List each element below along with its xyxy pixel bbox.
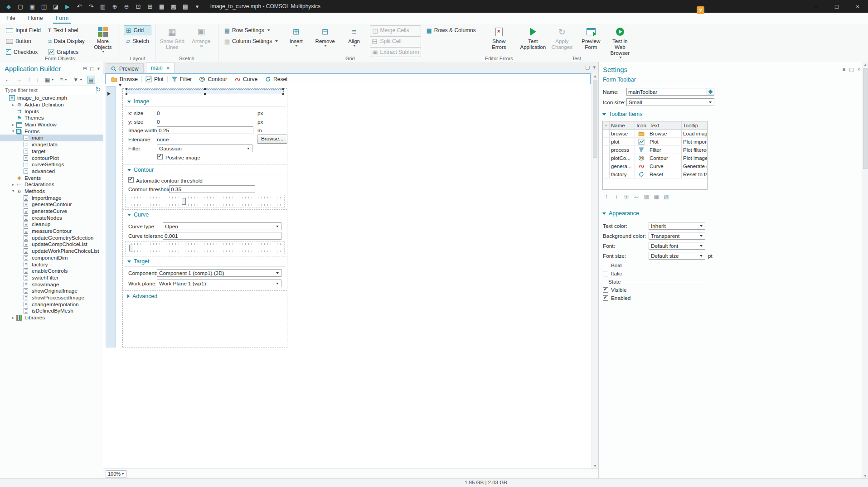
open-file-icon[interactable]: ▣	[27, 2, 37, 11]
browse-toolbar-button[interactable]: Browse	[107, 75, 141, 83]
section-header-appearance[interactable]: Appearance	[602, 210, 639, 217]
contour-threshold-slider[interactable]	[125, 195, 285, 207]
curve-type-dropdown[interactable]: Open	[163, 222, 281, 230]
run-icon[interactable]: ▶	[63, 2, 73, 11]
settings-scrollbar[interactable]	[862, 62, 868, 479]
italic-checkbox[interactable]	[603, 271, 608, 276]
menu-tab-form[interactable]: Form	[49, 13, 75, 24]
curve-toolbar-button[interactable]: Curve	[231, 75, 261, 83]
zoom-extents-icon[interactable]: ⊡	[133, 2, 143, 11]
add-item-icon[interactable]: ⊞	[622, 193, 630, 200]
preview-form-button[interactable]: Preview Form	[578, 25, 604, 50]
tree-item-updateCompChoiceList[interactable]: updateCompChoiceList	[0, 241, 103, 248]
toolbar-item-row-factory[interactable]: factoryResetReset to fact...	[603, 170, 707, 178]
copy-icon[interactable]: ▥	[98, 2, 108, 11]
column-header-name[interactable]: Name	[610, 121, 635, 129]
undo-icon[interactable]: ↶	[74, 2, 84, 11]
component-dropdown[interactable]: Component 1 (comp1) (3D)	[157, 269, 281, 277]
chevron-collapsed-icon[interactable]: ▸	[10, 183, 16, 187]
tree-item-advanced[interactable]: advanced	[0, 168, 103, 175]
tree-item-imageData[interactable]: imageData	[0, 141, 103, 148]
customize-icon[interactable]: ▾	[192, 2, 202, 11]
move-down-icon[interactable]: ↓	[35, 76, 40, 84]
editor-scrollbar[interactable]	[592, 73, 598, 469]
zoom-box-icon[interactable]: ⊞	[145, 2, 155, 11]
tree-item-Inputs[interactable]: Inputs	[0, 108, 103, 115]
help-button[interactable]: ?	[697, 6, 704, 14]
icon-size-dropdown[interactable]: Small	[626, 98, 714, 106]
tree-item-updateWorkPlaneChoiceList[interactable]: updateWorkPlaneChoiceList	[0, 248, 103, 255]
insert-button[interactable]: Insert	[283, 25, 309, 47]
slider-thumb[interactable]	[129, 245, 133, 251]
minimize-button[interactable]: –	[805, 0, 826, 13]
add-separator-icon[interactable]: ▥	[642, 193, 650, 200]
tree-item-image_to_curve.mph[interactable]: image_to_curve.mph	[0, 95, 103, 101]
tree-item-Declarations[interactable]: ▸Declarations	[0, 181, 103, 188]
section-header-target[interactable]: Target	[127, 258, 149, 265]
chevron-expanded-icon[interactable]: ▾	[10, 189, 16, 193]
form-grid[interactable]: Image x: size 0 px y: size 0 px Image w	[122, 88, 287, 347]
tree-item-changeInterpolation[interactable]: changeInterpolation	[0, 301, 103, 308]
visible-checkbox[interactable]	[603, 287, 608, 293]
column-header-tooltip[interactable]: Tooltip	[682, 121, 707, 129]
tree-item-cleanup[interactable]: cleanup	[0, 221, 103, 228]
collapse-icon[interactable]: ⊟	[83, 66, 87, 72]
selection-handle[interactable]	[282, 93, 284, 95]
tree-item-Themes[interactable]: Themes	[0, 115, 103, 121]
selected-toolbar-object[interactable]	[126, 89, 284, 94]
column-header-text[interactable]: Text	[648, 121, 682, 129]
bold-checkbox[interactable]	[603, 263, 608, 268]
column-header-icon[interactable]: Icon	[635, 121, 648, 129]
add-menu-icon[interactable]: ▦	[652, 193, 660, 200]
background-color-dropdown[interactable]: Transparent	[649, 232, 705, 240]
delete-icon[interactable]: ▩	[169, 2, 179, 11]
tree-item-Events[interactable]: Events	[0, 174, 103, 181]
reset-toolbar-button[interactable]: Reset	[261, 75, 291, 83]
pin-icon[interactable]: ▾	[97, 66, 100, 72]
button-object-button[interactable]: Button	[4, 36, 43, 46]
zoom-out-icon[interactable]: ⊖	[121, 2, 131, 11]
row-settings-button[interactable]: Row Settings	[222, 25, 280, 35]
new-file-icon[interactable]: ▢	[15, 2, 25, 11]
menu-tab-file[interactable]: File	[0, 13, 22, 24]
font-size-dropdown[interactable]: Default size	[649, 252, 705, 260]
more-objects-button[interactable]: More Objects	[90, 25, 116, 53]
float-icon[interactable]: ▢	[849, 67, 853, 72]
add-frame-icon[interactable]: ▦	[157, 2, 167, 11]
align-button[interactable]: Align	[341, 25, 367, 47]
tree-item-showImage[interactable]: showImage	[0, 281, 103, 288]
show-grid-lines-button[interactable]: Show Grid Lines	[159, 25, 185, 50]
font-dropdown[interactable]: Default font	[649, 242, 705, 250]
section-header-curve[interactable]: Curve	[127, 211, 149, 218]
edit-name-button[interactable]	[707, 88, 714, 96]
row-selector-gutter[interactable]	[106, 86, 116, 347]
filter-menu-icon[interactable]: ▼	[72, 76, 84, 84]
auto-threshold-checkbox[interactable]	[128, 177, 134, 183]
toolbar-item-row-plotCo...[interactable]: plotCo...ContourPlot image c...	[603, 154, 707, 162]
zoom-in-icon[interactable]: ⊕	[110, 2, 120, 11]
split-cell-button[interactable]: Split Cell	[370, 36, 421, 46]
tree-item-generateContour[interactable]: generateContour	[0, 201, 103, 208]
rows-columns-button[interactable]: Rows & Columns	[424, 25, 478, 35]
selection-handle[interactable]	[282, 88, 284, 90]
float-icon[interactable]: ▢	[90, 66, 94, 72]
add-subform-icon[interactable]: ▧	[662, 193, 670, 200]
tree-item-updateGeometrySelection[interactable]: updateGeometrySelection	[0, 234, 103, 241]
filter-toolbar-button[interactable]: Filter	[168, 75, 196, 83]
section-header-advanced[interactable]: Advanced	[127, 293, 157, 300]
tree-item-Main Window[interactable]: ▸Main Window	[0, 121, 103, 128]
scroll-up-icon[interactable]	[864, 64, 867, 66]
plot-toolbar-button[interactable]: Plot	[142, 75, 167, 83]
merge-cells-button[interactable]: Merge Cells	[370, 25, 421, 35]
close-button[interactable]: ×	[847, 0, 868, 13]
settings-menu-icon[interactable]: ≡	[843, 67, 845, 72]
tree-item-Libraries[interactable]: ▸Libraries	[0, 314, 103, 321]
close-icon[interactable]	[166, 65, 170, 72]
filter-dropdown[interactable]: Gaussian	[157, 145, 252, 152]
enabled-checkbox[interactable]	[603, 295, 608, 301]
name-input[interactable]	[626, 88, 707, 96]
save-as-icon[interactable]: ◪	[51, 2, 61, 11]
tree-item-createNodes[interactable]: createNodes	[0, 214, 103, 221]
selection-handle[interactable]	[126, 93, 127, 95]
browse-file-button[interactable]: Browse...	[257, 135, 287, 144]
